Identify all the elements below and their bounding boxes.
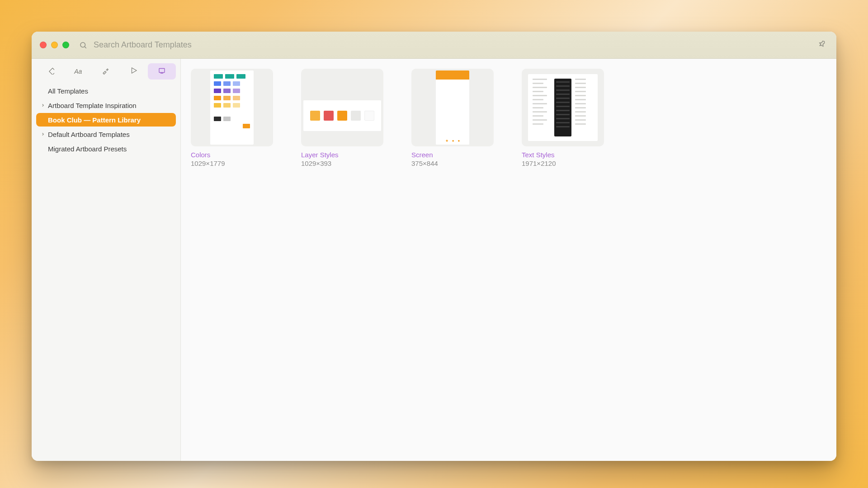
- sidebar-item-label: Book Club — Pattern Library: [48, 116, 170, 124]
- star-icon: ●: [452, 139, 454, 143]
- template-card-colors[interactable]: Colors 1029×1779: [191, 69, 273, 167]
- template-dimensions: 375×844: [411, 160, 494, 167]
- text-icon: Aa: [74, 68, 82, 75]
- chevron-right-icon: [40, 132, 46, 136]
- titlebar: [32, 32, 836, 59]
- tab-text-styles[interactable]: Aa: [64, 63, 92, 80]
- template-browser-window: Aa: [32, 32, 836, 461]
- sidebar-item-all-templates[interactable]: All Templates: [36, 84, 176, 98]
- svg-rect-2: [49, 68, 54, 75]
- template-source-list: All Templates Artboard Template Inspirat…: [36, 84, 176, 155]
- template-card-layer-styles[interactable]: Layer Styles 1029×393: [301, 69, 383, 167]
- template-card-text-styles[interactable]: Text Styles 1971×2120: [522, 69, 604, 167]
- svg-line-1: [85, 47, 86, 48]
- window-body: Aa: [32, 59, 836, 461]
- minimize-window-button[interactable]: [51, 42, 58, 48]
- sidebar-item-label: Migrated Artboard Presets: [48, 145, 170, 153]
- template-name: Layer Styles: [301, 151, 383, 159]
- template-thumbnail: [191, 69, 273, 146]
- svg-point-0: [80, 42, 85, 47]
- template-name: Screen: [411, 151, 494, 159]
- template-name: Colors: [191, 151, 273, 159]
- play-icon: [130, 66, 138, 76]
- chevron-right-icon: [40, 103, 46, 108]
- svg-rect-3: [159, 69, 165, 73]
- template-thumbnail: [522, 69, 604, 146]
- template-dimensions: 1971×2120: [522, 160, 604, 167]
- star-icon: ●: [458, 139, 460, 143]
- category-tabs: Aa: [36, 63, 176, 80]
- maximize-window-button[interactable]: [62, 42, 69, 48]
- template-card-screen[interactable]: ★ ● ● Screen 375×844: [411, 69, 494, 167]
- sidebar-item-inspiration[interactable]: Artboard Template Inspiration: [36, 99, 176, 112]
- tab-color-styles[interactable]: [92, 63, 120, 80]
- pin-button[interactable]: [816, 38, 828, 52]
- sidebar-item-label: Artboard Template Inspiration: [48, 102, 170, 109]
- tab-artboard-templates[interactable]: [148, 63, 176, 80]
- template-dimensions: 1029×393: [301, 160, 383, 167]
- search-input[interactable]: [94, 40, 812, 50]
- sidebar-item-label: Default Artboard Templates: [48, 131, 170, 138]
- diamond-icon: [46, 66, 54, 76]
- template-thumbnail: ★ ● ●: [411, 69, 494, 146]
- artboard-icon: [158, 66, 166, 76]
- sidebar-item-migrated-presets[interactable]: Migrated Artboard Presets: [36, 142, 176, 155]
- sidebar-item-default-templates[interactable]: Default Artboard Templates: [36, 127, 176, 141]
- template-name: Text Styles: [522, 151, 604, 159]
- sidebar-item-label: All Templates: [48, 87, 170, 95]
- close-window-button[interactable]: [40, 42, 47, 48]
- sidebar: Aa: [32, 59, 181, 461]
- tab-symbols[interactable]: [120, 63, 148, 80]
- traffic-lights: [40, 42, 69, 48]
- search-icon: [79, 41, 87, 49]
- tab-components[interactable]: [36, 63, 64, 80]
- star-icon: ★: [445, 139, 448, 143]
- sidebar-item-book-club[interactable]: Book Club — Pattern Library: [36, 113, 176, 127]
- eyedropper-icon: [102, 66, 110, 76]
- template-dimensions: 1029×1779: [191, 160, 273, 167]
- template-grid: Colors 1029×1779 Layer Styles: [181, 59, 836, 461]
- template-thumbnail: [301, 69, 383, 146]
